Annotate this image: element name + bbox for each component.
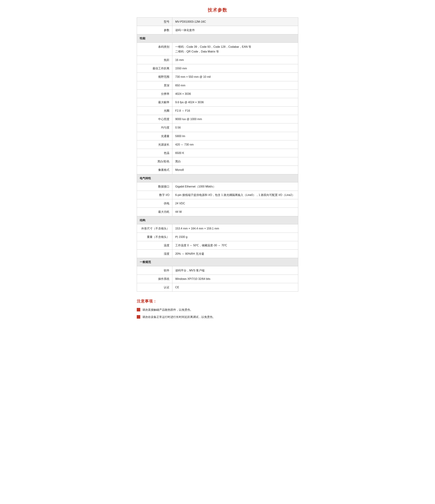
- row-value-0-12: 6500 K: [172, 149, 298, 157]
- row-label-0-2: 最佳工作距离: [137, 64, 172, 73]
- row-value-1-3: 44 W: [172, 208, 298, 216]
- row-value-0-1: 16 mm: [172, 56, 298, 64]
- row-value-3-1: Windows XP/7/10 32/64 bits: [172, 275, 298, 283]
- section-header-3: 一般规范: [137, 258, 298, 266]
- row-value-0-2: 1550 mm: [172, 64, 298, 73]
- note-item-1: 请勿在设备正常运行时进行长时间近距离调试，以免烫伤。: [137, 315, 298, 319]
- row-label-2-2: 温度: [137, 241, 172, 250]
- row-value-1-0: Gigabit Ethernet（1000 Mbit/s）: [172, 182, 298, 191]
- row-label-0-7: 光圈: [137, 107, 172, 115]
- page-title: 技术参数: [137, 7, 298, 13]
- row-value-0-5: 4024 × 3036: [172, 90, 298, 98]
- row-value-0-10: 5900 lm: [172, 132, 298, 140]
- notes-section: 注意事项： 请勿直接触碰产品散热部件，以免烫伤。请勿在设备正常运行时进行长时间近…: [137, 299, 298, 319]
- note-bullet-0: [137, 308, 140, 311]
- row-label-0-14: 像素格式: [137, 166, 172, 174]
- params-label: 参数: [137, 26, 172, 34]
- row-value-0-9: 0.56: [172, 123, 298, 132]
- row-value-3-2: CE: [172, 283, 298, 292]
- row-label-3-1: 操作系统: [137, 275, 172, 283]
- note-text-1: 请勿在设备正常运行时进行长时间近距离调试，以免烫伤。: [142, 315, 215, 319]
- note-item-0: 请勿直接触碰产品散热部件，以免烫伤。: [137, 307, 298, 312]
- row-label-0-9: 均匀度: [137, 123, 172, 132]
- model-value: MV-PD010003-12M-16C: [172, 18, 298, 26]
- row-value-1-1: 6-pin 接线端子提供电源和 I/O，包含 1 路光耦隔离输入（Line0），…: [172, 191, 298, 199]
- row-label-0-10: 光通量: [137, 132, 172, 140]
- note-text-0: 请勿直接触碰产品散热部件，以免烫伤。: [142, 307, 193, 312]
- row-label-0-3: 视野范围: [137, 73, 172, 81]
- row-label-1-1: 数字 I/O: [137, 191, 172, 199]
- row-value-3-0: 读码平台，MVS 客户端: [172, 266, 298, 275]
- row-label-2-3: 湿度: [137, 250, 172, 258]
- row-value-0-11: 420 ～ 730 nm: [172, 140, 298, 149]
- row-label-3-2: 认证: [137, 283, 172, 292]
- row-value-0-8: 9000 lux @ 1000 mm: [172, 115, 298, 123]
- row-value-2-2: 工作温度 0 ～ 50℃，储藏温度-30 ～ 70℃: [172, 241, 298, 250]
- row-value-1-2: 24 VDC: [172, 199, 298, 208]
- row-label-0-8: 中心照度: [137, 115, 172, 123]
- row-value-2-1: 约 1500 g: [172, 233, 298, 241]
- row-label-0-4: 景深: [137, 81, 172, 90]
- row-label-3-0: 软件: [137, 266, 172, 275]
- note-bullet-1: [137, 315, 140, 319]
- row-label-0-1: 焦距: [137, 56, 172, 64]
- row-value-2-0: 153.4 mm × 164.4 mm × 159.1 mm: [172, 224, 298, 233]
- row-label-0-13: 黑白/彩色: [137, 157, 172, 166]
- row-value-0-3: 730 mm × 550 mm @ 10 mil: [172, 73, 298, 81]
- row-value-0-14: Mono8: [172, 166, 298, 174]
- notes-list: 请勿直接触碰产品散热部件，以免烫伤。请勿在设备正常运行时进行长时间近距离调试，以…: [137, 307, 298, 319]
- row-label-0-11: 光源波长: [137, 140, 172, 149]
- params-value: 读码一体化套件: [172, 26, 298, 34]
- row-label-0-0: 条码类别: [137, 43, 172, 56]
- row-label-2-0: 外形尺寸（不含镜头）: [137, 224, 172, 233]
- row-value-0-4: 650 mm: [172, 81, 298, 90]
- row-label-0-5: 分辨率: [137, 90, 172, 98]
- row-value-0-13: 黑白: [172, 157, 298, 166]
- section-header-1: 电气特性: [137, 174, 298, 182]
- row-value-0-6: 9.6 fps @ 4024 × 3036: [172, 98, 298, 106]
- row-label-1-3: 最大功耗: [137, 208, 172, 216]
- row-label-1-0: 数据接口: [137, 182, 172, 191]
- row-value-0-7: F2.8 ～ F16: [172, 107, 298, 115]
- row-label-2-1: 重量（不含镜头）: [137, 233, 172, 241]
- notes-title: 注意事项：: [137, 299, 298, 304]
- row-label-0-6: 最大帧率: [137, 98, 172, 106]
- row-label-1-2: 供电: [137, 199, 172, 208]
- row-value-2-3: 20% ～ 80%RH 无冷凝: [172, 250, 298, 258]
- model-label: 型号: [137, 18, 172, 26]
- spec-table: 型号MV-PD010003-12M-16C参数读码一体化套件性能条码类别一维码：…: [137, 17, 298, 292]
- section-header-2: 结构: [137, 216, 298, 224]
- row-label-0-12: 色温: [137, 149, 172, 157]
- section-header-0: 性能: [137, 34, 298, 43]
- row-value-0-0: 一维码：Code 39，Code 93，Code 128，Codabar，EAN…: [172, 43, 298, 56]
